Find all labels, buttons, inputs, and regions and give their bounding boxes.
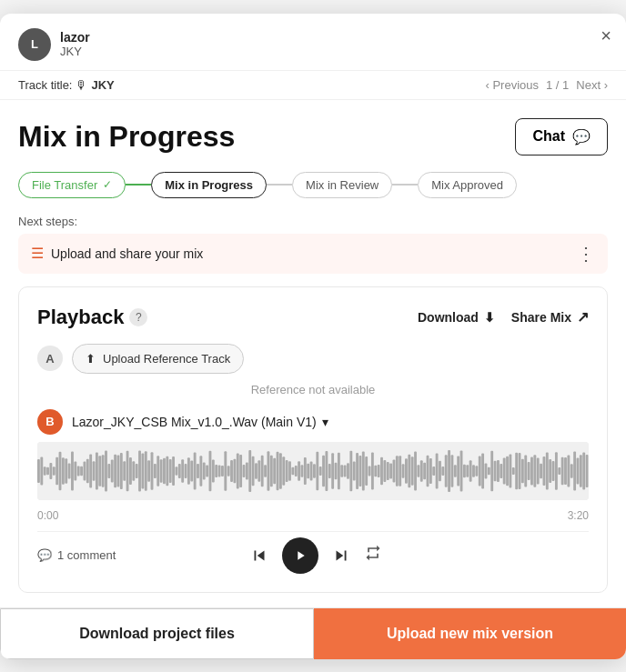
microphone-icon: 🎙 (76, 78, 87, 92)
time-end: 3:20 (568, 509, 589, 522)
repeat-button[interactable] (364, 544, 382, 567)
upload-reference-button[interactable]: ⬆ Upload Reference Track (72, 344, 244, 374)
comment-icon: 💬 (37, 548, 52, 562)
comment-count-label: 1 comment (57, 548, 116, 562)
playback-controls (249, 537, 382, 574)
progress-steps: File Transfer ✓ Mix in Progress Mix in R… (18, 172, 608, 198)
step-mix-in-progress: Mix in Progress (151, 172, 267, 198)
avatar: L (18, 28, 51, 61)
share-icon: ↗ (577, 308, 589, 326)
playback-actions: Download ⬇ Share Mix ↗ (418, 308, 589, 326)
modal-header: L lazor JKY × (0, 14, 626, 71)
chevron-right-icon: › (604, 78, 608, 92)
share-label: Share Mix (511, 310, 571, 325)
step-mix-in-progress-label: Mix in Progress (165, 178, 253, 192)
more-options-button[interactable]: ⋮ (577, 243, 595, 265)
next-step-text: Upload and share your mix (51, 246, 203, 261)
playback-title: Playback (37, 306, 124, 329)
track-title-bar: Track title: 🎙 JKY ‹ Previous 1 / 1 Next… (0, 71, 626, 100)
user-info: lazor JKY (60, 30, 90, 58)
controls-row: 💬 1 comment (37, 531, 589, 574)
step-file-transfer: File Transfer ✓ (18, 172, 126, 198)
username: lazor (60, 30, 90, 45)
chat-button[interactable]: Chat 💬 (515, 118, 608, 155)
next-steps-section: Next steps: ☰ Upload and share your mix … (18, 215, 608, 274)
previous-button[interactable]: ‹ Previous (485, 78, 539, 92)
comment-count[interactable]: 💬 1 comment (37, 548, 116, 562)
list-check-icon: ☰ (31, 245, 44, 262)
help-icon[interactable]: ? (129, 308, 147, 326)
waveform-time: 0:00 3:20 (37, 509, 589, 522)
download-button[interactable]: Download ⬇ (418, 310, 495, 325)
project-name: JKY (60, 45, 90, 58)
next-step-item: ☰ Upload and share your mix ⋮ (18, 234, 608, 274)
waveform-container[interactable] (37, 442, 589, 500)
checkmark-icon: ✓ (103, 178, 112, 191)
skip-back-button[interactable] (249, 546, 269, 566)
dropdown-icon: ▾ (322, 415, 328, 429)
step-connector-1 (126, 184, 151, 186)
next-step-left: ☰ Upload and share your mix (31, 245, 203, 262)
track-a-row: A ⬆ Upload Reference Track (37, 344, 589, 374)
track-title-label: Track title: (18, 78, 72, 92)
upload-icon: ⬆ (86, 352, 96, 366)
share-mix-button[interactable]: Share Mix ↗ (511, 308, 589, 326)
play-button[interactable] (282, 537, 318, 574)
step-mix-in-review: Mix in Review (292, 172, 392, 198)
download-project-button[interactable]: Download project files (0, 608, 314, 659)
step-mix-approved: Mix Approved (418, 172, 517, 198)
page-title-row: Mix in Progress Chat 💬 (18, 118, 608, 155)
reference-unavailable: Reference not available (37, 383, 589, 396)
step-file-transfer-label: File Transfer (32, 178, 97, 192)
step-connector-3 (392, 184, 418, 186)
pagination: 1 / 1 (546, 78, 569, 92)
upload-new-version-button[interactable]: Upload new mix version (314, 608, 626, 659)
footer-actions: Download project files Upload new mix ve… (0, 607, 626, 659)
page-title: Mix in Progress (18, 120, 235, 154)
chat-label: Chat (532, 128, 565, 145)
download-label: Download (418, 310, 479, 325)
track-b-label: B (37, 409, 63, 435)
track-name-dropdown[interactable]: Lazor_JKY_CSB Mix_v1.0_.Wav (Main V1) ▾ (72, 415, 328, 429)
playback-header: Playback ? Download ⬇ Share Mix ↗ (37, 306, 589, 329)
waveform[interactable] (37, 442, 589, 500)
time-start: 0:00 (37, 509, 58, 522)
track-name: JKY (91, 78, 114, 92)
playback-section: Playback ? Download ⬇ Share Mix ↗ (18, 286, 608, 593)
next-button[interactable]: Next › (576, 78, 608, 92)
track-a-label: A (37, 346, 63, 371)
main-modal: L lazor JKY × Track title: 🎙 JKY ‹ Previ… (0, 14, 626, 659)
track-name: Lazor_JKY_CSB Mix_v1.0_.Wav (Main V1) (72, 415, 317, 429)
upload-ref-label: Upload Reference Track (103, 352, 230, 366)
download-icon: ⬇ (484, 310, 495, 325)
close-button[interactable]: × (601, 26, 611, 45)
step-connector-2 (267, 184, 292, 186)
track-title-left: Track title: 🎙 JKY (18, 78, 115, 92)
step-mix-approved-label: Mix Approved (431, 178, 503, 192)
track-b-row: B Lazor_JKY_CSB Mix_v1.0_.Wav (Main V1) … (37, 409, 589, 435)
chat-icon: 💬 (572, 128, 591, 145)
main-content: Mix in Progress Chat 💬 File Transfer ✓ M… (0, 100, 626, 593)
track-nav: ‹ Previous 1 / 1 Next › (485, 78, 608, 92)
chevron-left-icon: ‹ (485, 78, 489, 92)
step-mix-in-review-label: Mix in Review (306, 178, 379, 192)
playback-title-group: Playback ? (37, 306, 147, 329)
next-steps-label: Next steps: (18, 215, 608, 228)
skip-forward-button[interactable] (331, 546, 351, 566)
